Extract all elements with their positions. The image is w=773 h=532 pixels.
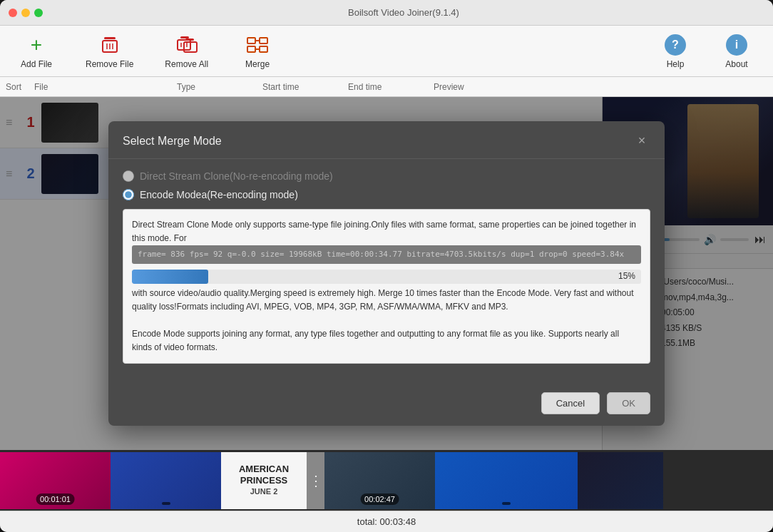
remove-all-icon	[175, 34, 198, 56]
col-file-header: File	[34, 82, 177, 92]
option2-row: Encode Modea(Re-encoding mode)	[123, 189, 650, 200]
progress-bar-fill	[132, 270, 208, 284]
about-label: About	[725, 59, 747, 69]
remove-all-label: Remove All	[165, 59, 208, 69]
merge-button[interactable]: Merge	[232, 29, 282, 73]
cancel-button[interactable]: Cancel	[541, 392, 600, 414]
film-timestamp-1: 00:01:01	[36, 493, 75, 505]
about-button[interactable]: i About	[712, 29, 762, 73]
window-title: Boilsoft Video Joiner(9.1.4)	[43, 7, 764, 18]
close-button[interactable]	[9, 9, 17, 17]
minimize-button[interactable]	[21, 9, 30, 17]
film-timestamp-5: 00:02:47	[360, 493, 399, 505]
remove-all-button[interactable]: Remove All	[158, 29, 215, 73]
svg-rect-5	[180, 36, 189, 39]
film-item-1[interactable]: 00:01:01	[0, 452, 111, 509]
desc-para4: Encode Mode supports joining any format,…	[132, 327, 641, 354]
ffmpeg-status-text: frame= 836 fps= 92 q=-0.0 size= 19968kB …	[132, 245, 641, 264]
progress-container: 15%	[132, 270, 641, 284]
svg-rect-14	[247, 46, 255, 52]
modal-header: Select Merge Mode ×	[108, 121, 665, 159]
desc-para3: quality loss!Formats including AVI, MPEG…	[132, 300, 641, 314]
total-bar: total: 00:03:48	[0, 511, 773, 532]
option1-label: Direct Stream Clone(No-re-encoding mode)	[140, 170, 333, 182]
col-type-header: Type	[177, 82, 262, 92]
film-timestamp-6	[502, 502, 511, 505]
modal-body: Direct Stream Clone(No-re-encoding mode)…	[108, 159, 665, 384]
window-controls	[9, 9, 43, 17]
app-window: Boilsoft Video Joiner(9.1.4) + Add File	[0, 0, 773, 532]
description-box: Direct Stream Clone Mode only supports s…	[123, 209, 650, 364]
option2-label: Encode Modea(Re-encoding mode)	[140, 189, 298, 200]
modal-title: Select Merge Mode	[123, 135, 222, 148]
add-file-label: Add File	[21, 59, 52, 69]
maximize-button[interactable]	[34, 9, 43, 17]
svg-rect-12	[247, 38, 255, 44]
add-file-icon: +	[25, 34, 48, 56]
svg-rect-10	[185, 39, 194, 41]
main-content: ≡ 1 ≡ 2 ▶ 🔊	[0, 97, 773, 450]
total-label: total: 00:03:48	[357, 516, 416, 527]
about-icon: i	[725, 34, 748, 56]
help-label: Help	[667, 59, 685, 69]
svg-rect-13	[260, 38, 267, 44]
film-stitch-icon: ⋮	[307, 452, 324, 509]
film-item-7[interactable]	[578, 452, 663, 509]
toolbar-right: ? Help i About	[650, 29, 762, 73]
remove-file-icon	[98, 34, 121, 56]
film-item-3[interactable]: AMERICAN PRINCESS JUNE 2	[221, 452, 307, 509]
merge-icon	[246, 34, 269, 56]
desc-para2: with source video/audio quality.Merging …	[132, 287, 641, 300]
film-timestamp-2	[162, 502, 170, 505]
titlebar: Boilsoft Video Joiner(9.1.4)	[0, 0, 773, 26]
col-sort-header: Sort	[6, 82, 34, 92]
modal-footer: Cancel OK	[108, 384, 665, 426]
film-item-6[interactable]	[435, 452, 578, 509]
film-title-3: AMERICAN PRINCESS JUNE 2	[221, 464, 307, 497]
modal-close-button[interactable]: ×	[633, 133, 650, 150]
film-item-2[interactable]	[111, 452, 221, 509]
help-icon: ?	[664, 34, 687, 56]
select-merge-mode-dialog: Select Merge Mode × Direct Stream Clone(…	[108, 121, 665, 426]
filmstrip: 00:01:01 AMERICAN PRINCESS JUNE 2 ⋮ 00:0…	[0, 450, 773, 511]
merge-label: Merge	[245, 59, 270, 69]
help-button[interactable]: ? Help	[650, 29, 700, 73]
remove-file-label: Remove File	[86, 59, 133, 69]
option2-radio[interactable]	[123, 189, 134, 200]
col-end-header: End time	[348, 82, 434, 92]
remove-file-button[interactable]: Remove File	[78, 29, 140, 73]
svg-rect-0	[104, 37, 116, 39]
modal-overlay: Select Merge Mode × Direct Stream Clone(…	[0, 97, 773, 450]
col-start-header: Start time	[262, 82, 348, 92]
film-item-5[interactable]: 00:02:47	[324, 452, 435, 509]
option1-row: Direct Stream Clone(No-re-encoding mode)	[123, 170, 650, 182]
toolbar: + Add File Remove File	[0, 26, 773, 77]
column-headers: Sort File Type Start time End time Previ…	[0, 77, 773, 97]
progress-percent-label: 15%	[618, 270, 635, 283]
toolbar-left: + Add File Remove File	[11, 29, 650, 73]
svg-rect-15	[260, 46, 267, 52]
option1-radio[interactable]	[123, 170, 134, 182]
add-file-button[interactable]: + Add File	[11, 29, 61, 73]
ok-button[interactable]: OK	[607, 392, 650, 414]
desc-para1: Direct Stream Clone Mode only supports s…	[132, 218, 641, 245]
col-preview-header: Preview	[434, 82, 773, 92]
